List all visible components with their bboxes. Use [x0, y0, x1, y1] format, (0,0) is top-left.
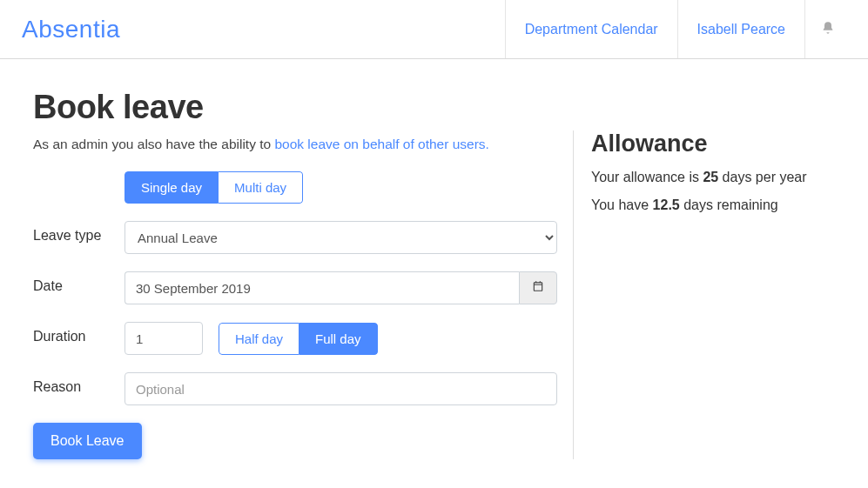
nav-right: Department Calendar Isabell Pearce [505, 0, 851, 58]
brand-logo[interactable]: Absentia [22, 16, 120, 43]
main-container: Book leave As an admin you also have the… [0, 59, 868, 488]
calendar-icon [532, 280, 544, 296]
notifications-bell[interactable] [804, 0, 851, 58]
allowance-title: Allowance [591, 130, 835, 157]
date-input[interactable] [124, 271, 519, 304]
reason-label: Reason [33, 372, 124, 395]
day-mode-row: Single day Multi day [33, 171, 560, 204]
book-leave-button[interactable]: Book Leave [33, 423, 142, 459]
duration-toggle: Half day Full day [219, 323, 378, 355]
allowance-remaining: You have 12.5 days remaining [591, 197, 835, 213]
duration-row: Duration Half day Full day [33, 322, 560, 355]
date-row: Date [33, 271, 560, 304]
allowance-total-value: 25 [703, 170, 718, 184]
subtitle-text: As an admin you also have the ability to [33, 137, 274, 151]
leave-type-select[interactable]: Annual Leave [124, 221, 557, 254]
full-day-button[interactable]: Full day [299, 323, 378, 355]
allowance-remaining-suffix: days remaining [680, 197, 778, 212]
date-picker-button[interactable] [519, 271, 557, 304]
duration-input[interactable] [124, 322, 203, 355]
book-on-behalf-link[interactable]: book leave on behalf of other users. [274, 137, 488, 151]
allowance-total: Your allowance is 25 days per year [591, 170, 835, 185]
duration-label: Duration [33, 322, 124, 344]
allowance-total-prefix: Your allowance is [591, 170, 703, 184]
date-label: Date [33, 271, 124, 294]
tab-multi-day[interactable]: Multi day [219, 171, 303, 204]
reason-row: Reason [33, 372, 560, 405]
form-column: Book leave As an admin you also have the… [33, 85, 573, 459]
half-day-button[interactable]: Half day [219, 323, 299, 355]
navbar: Absentia Department Calendar Isabell Pea… [0, 0, 868, 59]
subtitle: As an admin you also have the ability to… [33, 137, 560, 152]
date-input-group [124, 271, 557, 304]
day-mode-toggle: Single day Multi day [124, 171, 303, 204]
page-title: Book leave [33, 89, 560, 126]
reason-input[interactable] [124, 372, 557, 405]
nav-department-calendar[interactable]: Department Calendar [505, 0, 677, 58]
leave-type-row: Leave type Annual Leave [33, 221, 560, 254]
bell-icon [821, 21, 835, 38]
allowance-remaining-value: 12.5 [653, 197, 680, 212]
tab-single-day[interactable]: Single day [124, 171, 219, 204]
nav-user-name[interactable]: Isabell Pearce [677, 0, 804, 58]
allowance-total-suffix: days per year [718, 170, 806, 184]
leave-type-label: Leave type [33, 221, 124, 244]
allowance-panel: Allowance Your allowance is 25 days per … [573, 130, 835, 459]
spacer-label [33, 171, 124, 178]
allowance-remaining-prefix: You have [591, 197, 653, 212]
